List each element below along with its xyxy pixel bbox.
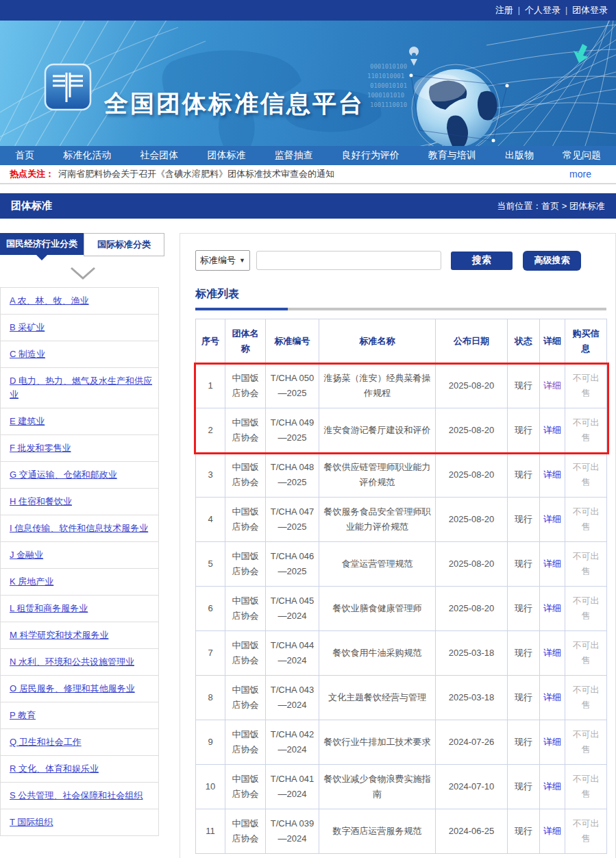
cell-date: 2024-07-10 (436, 765, 508, 809)
detail-link[interactable]: 详细 (543, 690, 561, 705)
category-link[interactable]: O 居民服务、修理和其他服务业 (10, 683, 135, 694)
detail-link[interactable]: 详细 (543, 735, 561, 750)
nav-item-9[interactable]: 常见问题 (563, 149, 601, 162)
cell-name: 文化主题餐饮经营与管理 (319, 676, 436, 720)
sidebar-category-item[interactable]: B 采矿业 (1, 315, 158, 341)
cell-purchase: 不可出售 (565, 364, 607, 408)
category-link[interactable]: L 租赁和商务服务业 (10, 603, 88, 613)
cell-detail: 详细 (540, 720, 565, 765)
sidebar-category-item[interactable]: G 交通运输、仓储和邮政业 (1, 462, 158, 489)
breadcrumb: 当前位置：首页 > 团体标准 (497, 200, 605, 212)
nav-item-6[interactable]: 良好行为评价 (342, 149, 399, 162)
cell-detail: 详细 (540, 676, 565, 720)
cell-code: T/CHA 049—2025 (266, 408, 319, 453)
sidebar-category-item[interactable]: R 文化、体育和娱乐业 (1, 756, 158, 783)
sidebar-category-item[interactable]: P 教育 (1, 702, 158, 729)
sidebar-category-item[interactable]: F 批发和零售业 (1, 435, 158, 462)
cell-index: 4 (196, 498, 225, 542)
more-link[interactable]: more (569, 169, 591, 180)
table-row: 7中国饭店协会T/CHA 044—2024餐饮食用牛油采购规范2025-03-1… (196, 631, 607, 676)
sidebar-category-item[interactable]: K 房地产业 (1, 569, 158, 596)
category-link[interactable]: C 制造业 (10, 349, 45, 359)
category-link[interactable]: J 金融业 (10, 550, 43, 560)
category-link[interactable]: T 国际组织 (10, 817, 53, 827)
topbar-link-3[interactable]: 团体登录 (572, 4, 608, 16)
nav-item-1[interactable]: 首页 (15, 149, 34, 162)
search-input[interactable] (256, 251, 441, 270)
cell-index: 2 (196, 408, 225, 453)
binary-digits-art: 00010101001101010001 0100010101100010101… (367, 63, 407, 108)
cell-purchase: 不可出售 (565, 631, 607, 676)
table-row: 2中国饭店协会T/CHA 049—2025淮安食游记餐厅建设和评价2025-08… (196, 408, 607, 453)
tab-international-standard-classification[interactable]: 国际标准分类 (84, 233, 164, 256)
nav-item-3[interactable]: 社会团体 (140, 149, 178, 162)
cell-date: 2025-08-20 (436, 364, 508, 408)
sidebar-category-item[interactable]: I 信息传输、软件和信息技术服务业 (1, 515, 158, 542)
hot-topic-link[interactable]: 河南省肥料协会关于召开《含碘水溶肥料》团体标准技术审查会的通知 (58, 168, 334, 180)
detail-link[interactable]: 详细 (543, 646, 561, 661)
category-link[interactable]: P 教育 (10, 710, 36, 720)
cell-name: 餐饮业减少食物浪费实施指南 (319, 765, 436, 809)
cell-status: 现行 (508, 631, 540, 676)
cell-index: 8 (196, 676, 225, 720)
nav-item-4[interactable]: 团体标准 (207, 149, 245, 162)
table-header-row: 序号团体名称标准编号标准名称公布日期状态详细购买信息 (196, 319, 607, 364)
sidebar-category-item[interactable]: T 国际组织 (1, 809, 158, 836)
purchase-status: 不可出售 (569, 593, 603, 624)
detail-link[interactable]: 详细 (543, 467, 561, 482)
category-link[interactable]: H 住宿和餐饮业 (10, 496, 72, 506)
nav-item-8[interactable]: 出版物 (505, 149, 534, 162)
sidebar-category-item[interactable]: A 农、林、牧、渔业 (1, 288, 158, 315)
detail-link[interactable]: 详细 (543, 512, 561, 527)
category-link[interactable]: S 公共管理、社会保障和社会组织 (10, 790, 143, 800)
category-link[interactable]: I 信息传输、软件和信息技术服务业 (10, 523, 148, 533)
category-link[interactable]: B 采矿业 (10, 322, 45, 332)
tab-national-economy-classification[interactable]: 国民经济行业分类 (0, 233, 84, 255)
nav-item-5[interactable]: 监督抽查 (275, 149, 313, 162)
category-link[interactable]: D 电力、热力、燃气及水生产和供应业 (10, 376, 152, 400)
search-field-select[interactable]: 标准编号 ▼ (195, 250, 250, 271)
chevron-down-icon (69, 266, 97, 281)
category-link[interactable]: A 农、林、牧、渔业 (10, 295, 89, 306)
topbar-link-2[interactable]: 个人登录 (525, 4, 560, 16)
category-link[interactable]: K 房地产业 (10, 576, 53, 587)
detail-link[interactable]: 详细 (543, 824, 561, 839)
category-link[interactable]: F 批发和零售业 (10, 443, 71, 453)
nav-item-2[interactable]: 标准化活动 (63, 149, 111, 162)
advanced-search-button[interactable]: 高级搜索 (523, 251, 581, 271)
cell-name: 餐饮供应链管理师职业能力评价规范 (319, 453, 436, 498)
cell-purchase: 不可出售 (565, 498, 607, 542)
category-link[interactable]: R 文化、体育和娱乐业 (10, 763, 99, 774)
sidebar-category-item[interactable]: C 制造业 (1, 341, 158, 368)
sidebar-category-item[interactable]: O 居民服务、修理和其他服务业 (1, 676, 158, 702)
cell-detail: 详细 (540, 408, 565, 453)
sidebar-category-item[interactable]: E 建筑业 (1, 408, 158, 435)
detail-link[interactable]: 详细 (543, 601, 561, 616)
search-button[interactable]: 搜索 (451, 252, 513, 270)
sidebar-category-item[interactable]: S 公共管理、社会保障和社会组织 (1, 783, 158, 809)
sidebar-category-item[interactable]: M 科学研究和技术服务业 (1, 622, 158, 649)
sidebar-category-item[interactable]: J 金融业 (1, 542, 158, 569)
cell-date: 2025-08-20 (436, 587, 508, 631)
cell-status: 现行 (508, 720, 540, 765)
topbar-link-1[interactable]: 注册 (495, 4, 513, 16)
detail-link[interactable]: 详细 (543, 423, 561, 438)
purchase-status: 不可出售 (569, 638, 603, 668)
table-row: 6中国饭店协会T/CHA 045—2024餐饮业膳食健康管理师2025-08-2… (196, 587, 607, 631)
cell-purchase: 不可出售 (565, 809, 607, 854)
category-link[interactable]: Q 卫生和社会工作 (10, 737, 82, 747)
cell-date: 2025-08-20 (436, 453, 508, 498)
sidebar-category-item[interactable]: Q 卫生和社会工作 (1, 729, 158, 756)
category-link[interactable]: M 科学研究和技术服务业 (10, 630, 108, 640)
detail-link[interactable]: 详细 (543, 556, 561, 572)
sidebar-category-item[interactable]: L 租赁和商务服务业 (1, 596, 158, 622)
nav-item-7[interactable]: 教育与培训 (428, 149, 476, 162)
category-link[interactable]: E 建筑业 (10, 416, 45, 426)
detail-link[interactable]: 详细 (543, 378, 561, 393)
sidebar-category-item[interactable]: D 电力、热力、燃气及水生产和供应业 (1, 368, 158, 408)
detail-link[interactable]: 详细 (543, 779, 561, 794)
category-link[interactable]: N 水利、环境和公共设施管理业 (10, 657, 134, 667)
sidebar-category-item[interactable]: N 水利、环境和公共设施管理业 (1, 649, 158, 676)
category-link[interactable]: G 交通运输、仓储和邮政业 (10, 469, 117, 480)
sidebar-category-item[interactable]: H 住宿和餐饮业 (1, 489, 158, 515)
